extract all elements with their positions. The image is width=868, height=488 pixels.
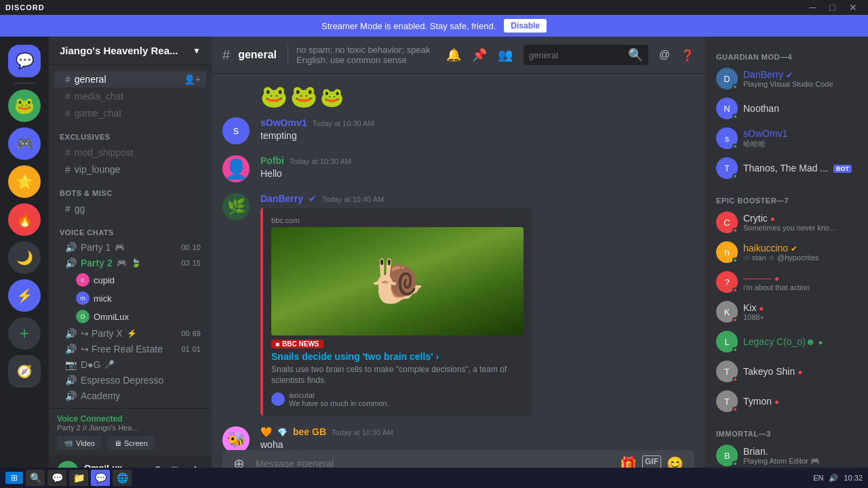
server-icon-5[interactable]: 🌙: [8, 241, 41, 274]
help-icon[interactable]: ❓: [681, 49, 694, 62]
start-button[interactable]: ⊞: [5, 472, 23, 484]
channel-item-media-chat[interactable]: # media_chat: [54, 88, 206, 104]
channel-item-mod-shippost[interactable]: # mod_shippost: [54, 144, 206, 161]
message-header: Pofbi Today at 10:30 AM: [260, 155, 694, 166]
member-name: DanBerry ✔: [743, 69, 833, 80]
member-item-crytic[interactable]: C Crytic ● Sometimes you never know th..…: [711, 207, 863, 237]
member-item-takeyo[interactable]: T Takeyo Shin ●: [711, 357, 863, 386]
channel-item-general[interactable]: # general 👤+: [54, 71, 206, 87]
member-item-noothan[interactable]: N Noothan: [711, 94, 863, 123]
category-bots-misc: BOTS & MISC: [49, 178, 212, 200]
member-avatar: O: [76, 310, 90, 323]
taskbar-app-3[interactable]: 📁: [69, 470, 88, 486]
volume-icon[interactable]: 🔊: [829, 474, 838, 483]
voice-member-mick[interactable]: m mick: [54, 289, 206, 307]
embed-title-text: Snails decide using 'two brain cells': [271, 351, 433, 362]
status-dot: [732, 461, 738, 466]
bell-icon[interactable]: 🔔: [446, 47, 461, 62]
member-name: Tymon ●: [743, 396, 779, 407]
server-header[interactable]: Jiango's Heavenly Rea... ▼: [49, 37, 212, 65]
screen-button[interactable]: 🖥 Screen: [107, 436, 155, 450]
voice-channel-partyX[interactable]: 🔊 ↪ Party X ⚡ 00 69: [54, 326, 206, 341]
close-btn[interactable]: ✕: [844, 2, 863, 13]
maximize-btn[interactable]: □: [825, 2, 841, 13]
server-icon-2[interactable]: 🎮: [8, 127, 41, 160]
monitor-icon: 🖥: [114, 439, 121, 447]
member-item-haikuccino[interactable]: h haikuccino ✔ ☆ stan ☆ @hypocrites: [711, 237, 863, 267]
channel-label: mod_shippost: [75, 147, 134, 158]
member-item-danberry[interactable]: D DanBerry ✔ Playing Visual Studio Code: [711, 64, 863, 94]
channel-label: game_chat: [75, 108, 121, 119]
server-icon-4[interactable]: 🔥: [8, 203, 41, 236]
vc-counts: 01 01: [182, 345, 201, 353]
voice-channel-dog[interactable]: 📷 D●G 🎤: [54, 357, 206, 372]
window-controls[interactable]: ─ □ ✕: [804, 2, 863, 13]
voice-connected-bar: Voice Connected Party 2 // Jiango's Hea.…: [49, 408, 212, 455]
voice-channel-academy[interactable]: 🔊 Academy: [54, 388, 206, 403]
server-icon-1[interactable]: 🐸: [8, 89, 41, 122]
channel-label: gg: [75, 203, 85, 214]
member-item-kix[interactable]: K Kix ● 1088+: [711, 297, 863, 327]
category-label: EXCLUSIVES: [60, 133, 111, 141]
mic-icon: 🎤: [104, 360, 115, 369]
status-dot: [732, 84, 738, 89]
channel-item-gg[interactable]: # gg: [54, 201, 206, 217]
member-info: Kix ● 1088+: [743, 302, 764, 321]
server-name: Jiango's Heavenly Rea...: [60, 45, 178, 56]
voice-channel-party2[interactable]: 🔊 Party 2 🎮 🍃 03 15: [54, 256, 206, 270]
voice-channel-free-real-estate[interactable]: 🔊 ↪ Free Real Estate 01 01: [54, 342, 206, 357]
message-author[interactable]: bee GB: [293, 426, 326, 437]
add-server-button[interactable]: +: [8, 317, 41, 350]
member-item-tymon[interactable]: T Tymon ●: [711, 386, 863, 416]
search-box[interactable]: 🔍: [524, 45, 648, 65]
message-author[interactable]: Pofbi: [260, 155, 284, 166]
member-info: Legacy C(o_o)☻ ●: [743, 336, 823, 347]
member-item-unknown[interactable]: ? ——— ● i'm about that action: [711, 267, 863, 297]
message-timestamp: Today at 10:40 AM: [322, 195, 384, 203]
member-name: Legacy C(o_o)☻ ●: [743, 336, 823, 347]
taskbar-app-2[interactable]: 💬: [47, 470, 66, 486]
voice-member-cupid[interactable]: c cupid: [54, 271, 206, 289]
streamer-bar: Streamer Mode is enabled. Stay safe, fri…: [0, 15, 868, 37]
member-name: Takeyo Shin ●: [743, 366, 802, 377]
taskbar-app-discord[interactable]: 💬: [91, 470, 110, 486]
titlebar: DISCORD ─ □ ✕: [0, 0, 868, 15]
message-header: DanBerry ✔ Today at 10:40 AM: [260, 193, 694, 204]
pin-icon[interactable]: 📌: [472, 47, 487, 62]
member-item-legacy[interactable]: L Legacy C(o_o)☻ ●: [711, 327, 863, 357]
main-content: # general no spam; no toxic behavior; sp…: [212, 37, 705, 488]
member-name: Thanos, The Mad ... BOT: [743, 163, 852, 174]
taskbar-app-1[interactable]: 🔍: [26, 470, 45, 486]
explore-servers-button[interactable]: 🧭: [8, 355, 41, 388]
voice-member-omnilux[interactable]: O OmniLux: [54, 308, 206, 325]
member-name: OmniLux: [94, 312, 129, 322]
search-input[interactable]: [529, 50, 624, 60]
member-item-sowomv1[interactable]: s sOwOmv1 哈哈哈: [711, 123, 863, 153]
taskbar-app-5[interactable]: 🌐: [113, 470, 132, 486]
minimize-btn[interactable]: ─: [804, 2, 822, 13]
member-item-thanos[interactable]: T Thanos, The Mad ... BOT: [711, 153, 863, 183]
member-name: sOwOmv1: [743, 128, 787, 139]
message-timestamp: Today at 10:30 AM: [290, 157, 351, 165]
at-icon[interactable]: @: [659, 49, 670, 61]
disable-streamer-button[interactable]: Disable: [504, 19, 547, 33]
member-item-brian[interactable]: B Brian. Playing Atom Editor 🎮: [711, 441, 863, 470]
hash-icon: #: [65, 164, 71, 175]
member-name: cupid: [94, 275, 115, 285]
embed-title[interactable]: Snails decide using 'two brain cells' ›: [271, 351, 524, 362]
server-icon-3[interactable]: 🌟: [8, 165, 41, 198]
discord-home-button[interactable]: 💬: [8, 45, 41, 77]
speaker-icon: 🔊: [65, 258, 77, 268]
voice-channel-espresso[interactable]: 🔊 Espresso Depresso: [54, 373, 206, 388]
add-user-icon[interactable]: 👤+: [184, 74, 201, 85]
server-icon-6[interactable]: ⚡: [8, 279, 41, 312]
chevron-down-icon: ▼: [193, 46, 201, 56]
message-author[interactable]: DanBerry: [260, 193, 303, 204]
message-author[interactable]: sOwOmv1: [260, 117, 307, 128]
members-icon[interactable]: 👥: [498, 47, 513, 62]
channel-item-vip-lounge[interactable]: # vip_lounge: [54, 161, 206, 178]
member-info: Crytic ● Sometimes you never know th...: [743, 213, 838, 232]
voice-channel-party1[interactable]: 🔊 Party 1 🎮 00 10: [54, 240, 206, 255]
video-button[interactable]: 📹 Video: [57, 436, 102, 450]
channel-item-game-chat[interactable]: # game_chat: [54, 105, 206, 121]
